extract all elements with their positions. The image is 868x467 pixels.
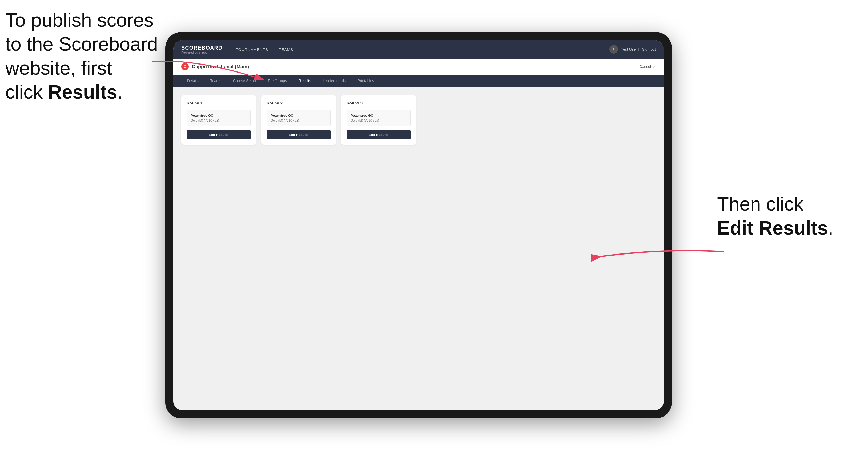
instruction-line-4-suffix: . <box>117 81 123 103</box>
instruction-line-4-prefix: click <box>5 81 48 103</box>
tab-results[interactable]: Results <box>293 75 317 87</box>
close-icon: ✕ <box>653 64 656 69</box>
tournament-title-text: Clippd Invitational (Main) <box>192 64 249 69</box>
user-avatar: T <box>610 45 618 54</box>
nav-teams[interactable]: TEAMS <box>279 45 293 54</box>
round-3-card: Round 3 Peachtree GC Gold (M) (7010 yds)… <box>341 95 416 145</box>
round-2-course-details: Gold (M) (7010 yds) <box>271 119 327 122</box>
instruction-line-2: to the Scoreboard <box>5 33 158 55</box>
round-3-course-name: Peachtree GC <box>350 114 407 118</box>
instruction-line-1: To publish scores <box>5 9 154 31</box>
round-3-course-card: Peachtree GC Gold (M) (7010 yds) <box>347 110 410 126</box>
tournament-icon: C <box>181 63 189 70</box>
round-1-course-details: Gold (M) (7010 yds) <box>191 119 247 122</box>
logo-sub-text: Powered by clippd <box>181 51 208 54</box>
edit-results-button-1[interactable]: Edit Results <box>187 130 251 139</box>
tab-tee-groups[interactable]: Tee Groups <box>262 75 293 87</box>
instruction-right: Then click Edit Results. <box>717 192 833 240</box>
app-navbar: SCOREBOARD Powered by clippd TOURNAMENTS… <box>173 40 664 59</box>
edit-results-button-2[interactable]: Edit Results <box>267 130 331 139</box>
tablet-device: SCOREBOARD Powered by clippd TOURNAMENTS… <box>165 32 672 418</box>
main-content: Round 1 Peachtree GC Gold (M) (7010 yds)… <box>173 87 664 410</box>
instruction-line-3: website, first <box>5 57 112 79</box>
round-1-course-name: Peachtree GC <box>191 114 247 118</box>
tab-printables[interactable]: Printables <box>352 75 380 87</box>
round-3-title: Round 3 <box>347 101 410 105</box>
tab-details[interactable]: Details <box>181 75 205 87</box>
round-1-course-card: Peachtree GC Gold (M) (7010 yds) <box>187 110 251 126</box>
sub-header: C Clippd Invitational (Main) Cancel ✕ <box>173 59 664 75</box>
instruction-results-bold: Results <box>48 81 117 103</box>
round-3-course-details: Gold (M) (7010 yds) <box>350 119 407 122</box>
tab-leaderboards[interactable]: Leaderboards <box>317 75 352 87</box>
rounds-grid: Round 1 Peachtree GC Gold (M) (7010 yds)… <box>181 95 656 145</box>
round-2-card: Round 2 Peachtree GC Gold (M) (7010 yds)… <box>261 95 336 145</box>
round-1-card: Round 1 Peachtree GC Gold (M) (7010 yds)… <box>181 95 256 145</box>
instruction-right-suffix: . <box>828 217 833 239</box>
logo-main-text: SCOREBOARD <box>181 45 222 51</box>
user-name: Test User | <box>621 47 639 52</box>
nav-right: T Test User | Sign out <box>610 45 656 54</box>
sign-out-link[interactable]: Sign out <box>642 47 656 52</box>
round-1-title: Round 1 <box>187 101 251 105</box>
instruction-right-line1: Then click <box>717 193 804 215</box>
scoreboard-logo: SCOREBOARD Powered by clippd <box>181 45 222 54</box>
round-2-course-card: Peachtree GC Gold (M) (7010 yds) <box>267 110 331 126</box>
tab-bar: Details Teams Course Setup Tee Groups Re… <box>173 75 664 87</box>
instruction-right-bold: Edit Results <box>717 217 828 239</box>
tablet-screen: SCOREBOARD Powered by clippd TOURNAMENTS… <box>173 40 664 410</box>
round-2-course-name: Peachtree GC <box>271 114 327 118</box>
edit-results-button-3[interactable]: Edit Results <box>347 130 410 139</box>
instruction-left: To publish scores to the Scoreboard webs… <box>5 8 158 104</box>
nav-links: TOURNAMENTS TEAMS <box>236 45 610 54</box>
tournament-title-bar: C Clippd Invitational (Main) <box>181 63 249 70</box>
cancel-button[interactable]: Cancel ✕ <box>639 64 656 69</box>
tab-teams[interactable]: Teams <box>205 75 227 87</box>
tab-course-setup[interactable]: Course Setup <box>227 75 262 87</box>
round-2-title: Round 2 <box>267 101 331 105</box>
nav-tournaments[interactable]: TOURNAMENTS <box>236 45 268 54</box>
